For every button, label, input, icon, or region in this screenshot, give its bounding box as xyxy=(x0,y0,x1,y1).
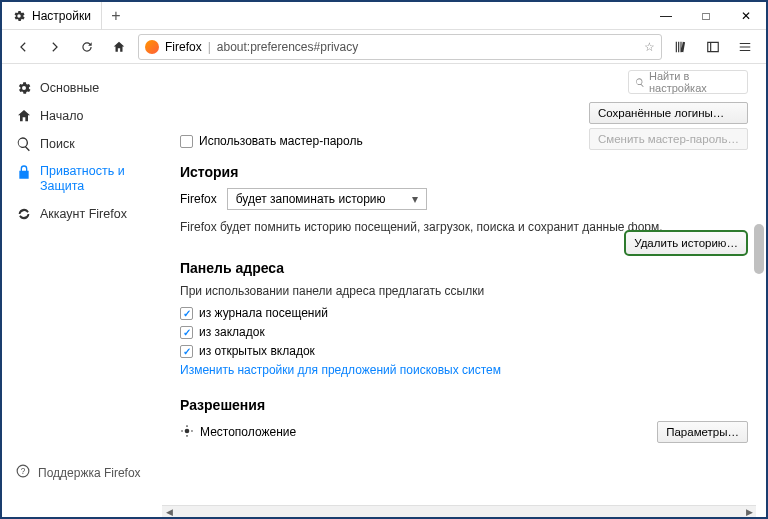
location-params-button[interactable]: Параметры… xyxy=(657,421,748,443)
bookmark-star-icon[interactable]: ☆ xyxy=(644,40,655,54)
sidebar-item-account[interactable]: Аккаунт Firefox xyxy=(2,200,162,228)
new-tab-button[interactable]: + xyxy=(102,7,130,25)
toolbar: Firefox | about:preferences#privacy ☆ xyxy=(2,30,766,64)
url-separator: | xyxy=(208,40,211,54)
right-button-stack: Сохранённые логины… Сменить мастер-парол… xyxy=(589,102,748,150)
scroll-left-arrow[interactable]: ◀ xyxy=(162,507,176,517)
opt-label: из закладок xyxy=(199,325,265,339)
history-mode-select[interactable]: будет запоминать историю xyxy=(227,188,427,210)
sidebar-item-label: Начало xyxy=(40,109,84,123)
sidebar-item-general[interactable]: Основные xyxy=(2,74,162,102)
lock-icon xyxy=(16,164,32,180)
history-mode-row: Firefox будет запоминать историю xyxy=(180,188,748,210)
horizontal-scrollbar[interactable]: ◀ ▶ xyxy=(162,505,756,517)
location-icon xyxy=(180,424,194,441)
change-master-password-button: Сменить мастер-пароль… xyxy=(589,128,748,150)
content-area: Найти в настройках Сохранённые логины… С… xyxy=(162,64,766,505)
titlebar: Настройки + — □ ✕ xyxy=(2,2,766,30)
support-label: Поддержка Firefox xyxy=(38,466,141,480)
support-link[interactable]: ? Поддержка Firefox xyxy=(2,458,155,487)
addressbar-opt-opentabs[interactable]: из открытых вкладок xyxy=(180,344,748,358)
window-controls: — □ ✕ xyxy=(646,2,766,30)
sidebar: Основные Начало Поиск Приватность и Защи… xyxy=(2,64,162,505)
firefox-icon xyxy=(145,40,159,54)
checkbox-icon[interactable] xyxy=(180,345,193,358)
permissions-heading: Разрешения xyxy=(180,397,748,413)
forward-button[interactable] xyxy=(42,34,68,60)
master-password-section: Использовать мастер-пароль История Firef… xyxy=(180,134,748,443)
sidebar-item-label: Приватность и Защита xyxy=(40,164,148,194)
master-password-label: Использовать мастер-пароль xyxy=(199,134,363,148)
checkbox-icon[interactable] xyxy=(180,307,193,320)
opt-label: из открытых вкладок xyxy=(199,344,315,358)
svg-text:?: ? xyxy=(21,467,26,476)
opt-label: из журнала посещений xyxy=(199,306,328,320)
menu-button[interactable] xyxy=(732,34,758,60)
checkbox-icon[interactable] xyxy=(180,135,193,148)
sidebar-item-home[interactable]: Начало xyxy=(2,102,162,130)
sidebar-item-label: Поиск xyxy=(40,137,75,151)
sidebar-item-privacy[interactable]: Приватность и Защита xyxy=(2,158,162,200)
search-icon xyxy=(16,136,32,152)
addressbar-opt-bookmarks[interactable]: из закладок xyxy=(180,325,748,339)
minimize-button[interactable]: — xyxy=(646,2,686,30)
vertical-scrollbar[interactable] xyxy=(754,64,764,505)
url-path: about:preferences#privacy xyxy=(217,40,358,54)
permission-location-label: Местоположение xyxy=(200,425,296,439)
url-bar[interactable]: Firefox | about:preferences#privacy ☆ xyxy=(138,34,662,60)
settings-search[interactable]: Найти в настройках xyxy=(628,70,748,94)
sidebar-item-label: Аккаунт Firefox xyxy=(40,207,127,221)
history-heading: История xyxy=(180,164,748,180)
main-area: Основные Начало Поиск Приватность и Защи… xyxy=(2,64,766,505)
url-prefix: Firefox xyxy=(165,40,202,54)
reload-button[interactable] xyxy=(74,34,100,60)
delete-history-button[interactable]: Удалить историю… xyxy=(624,230,748,256)
close-button[interactable]: ✕ xyxy=(726,2,766,30)
checkbox-icon[interactable] xyxy=(180,326,193,339)
scrollbar-thumb[interactable] xyxy=(754,224,764,274)
question-icon: ? xyxy=(16,464,30,481)
gear-icon xyxy=(16,80,32,96)
addressbar-description: При использовании панели адреса предлага… xyxy=(180,284,748,298)
maximize-button[interactable]: □ xyxy=(686,2,726,30)
browser-tab[interactable]: Настройки xyxy=(2,2,102,30)
sync-icon xyxy=(16,206,32,222)
home-icon xyxy=(16,108,32,124)
sidebar-item-label: Основные xyxy=(40,81,99,95)
scroll-right-arrow[interactable]: ▶ xyxy=(742,507,756,517)
scrollbar-track[interactable] xyxy=(176,506,742,518)
search-placeholder: Найти в настройках xyxy=(649,70,741,94)
gear-icon xyxy=(12,9,26,23)
back-button[interactable] xyxy=(10,34,36,60)
svg-point-2 xyxy=(185,428,190,433)
addressbar-heading: Панель адреса xyxy=(180,260,748,276)
search-engine-settings-link[interactable]: Изменить настройки для предложений поиск… xyxy=(180,363,748,377)
permission-location-row: Местоположение Параметры… xyxy=(180,421,748,443)
addressbar-opt-history[interactable]: из журнала посещений xyxy=(180,306,748,320)
library-button[interactable] xyxy=(668,34,694,60)
home-button[interactable] xyxy=(106,34,132,60)
search-icon xyxy=(635,77,645,88)
sidebar-toggle-button[interactable] xyxy=(700,34,726,60)
history-firefox-label: Firefox xyxy=(180,192,217,206)
saved-logins-button[interactable]: Сохранённые логины… xyxy=(589,102,748,124)
tab-title: Настройки xyxy=(32,9,91,23)
sidebar-item-search[interactable]: Поиск xyxy=(2,130,162,158)
